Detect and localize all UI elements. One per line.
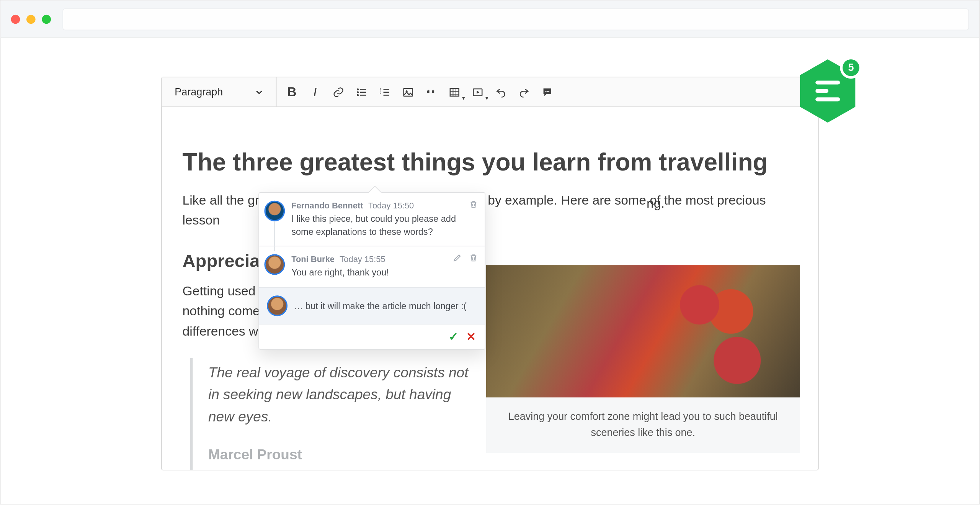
link-button[interactable] [327, 80, 350, 104]
editor-toolbar: Paragraph B I 12 [162, 77, 818, 107]
url-bar[interactable] [62, 8, 969, 30]
figure: Leaving your comfort zone might lead you… [486, 265, 800, 452]
media-icon [472, 86, 483, 98]
svg-rect-7 [450, 88, 459, 96]
media-button[interactable]: ▾ [466, 80, 489, 104]
reply-actions: ✓ ✕ [259, 324, 485, 349]
quote-author: Marcel Proust [208, 444, 474, 465]
comments-count: 5 [840, 57, 862, 79]
comment: Toni Burke Today 15:55 You are right, th… [259, 246, 485, 287]
browser-chrome [1, 1, 979, 38]
heading-dropdown[interactable]: Paragraph [166, 86, 272, 98]
comment-time: Today 15:50 [368, 201, 414, 210]
svg-text:2: 2 [379, 90, 381, 94]
svg-point-2 [357, 94, 359, 96]
maximize-window-button[interactable] [42, 15, 51, 24]
heading-label: Paragraph [175, 86, 223, 98]
figure-image[interactable] [486, 265, 800, 397]
comment-thread-popover: Fernando Bennett Today 15:50 I like this… [258, 192, 485, 350]
svg-point-0 [357, 88, 359, 90]
avatar [264, 254, 285, 275]
figure-caption: Leaving your comfort zone might lead you… [486, 397, 800, 452]
comments-badge[interactable]: 5 [800, 59, 856, 123]
text-fragment: ng. [647, 193, 665, 213]
window-controls [11, 15, 51, 24]
blockquote: The real voyage of discovery consists no… [190, 358, 474, 469]
numbered-list-icon: 12 [379, 86, 390, 98]
comment-text: You are right, thank you! [291, 267, 477, 279]
reply-input-row: … but it will make the article much long… [259, 287, 485, 324]
numbered-list-button[interactable]: 12 [373, 80, 397, 104]
chevron-down-icon: ▾ [485, 95, 488, 101]
pencil-icon [452, 253, 462, 262]
minimize-window-button[interactable] [26, 15, 36, 24]
svg-point-10 [547, 90, 548, 92]
chevron-down-icon: ▾ [462, 95, 465, 101]
delete-comment-button[interactable] [469, 253, 478, 265]
comment-author: Toni Burke [291, 254, 335, 264]
comment-button[interactable] [536, 80, 559, 104]
image-button[interactable] [396, 80, 420, 104]
image-icon [402, 86, 413, 98]
edit-comment-button[interactable] [452, 253, 462, 265]
table-icon [449, 86, 460, 98]
chevron-down-icon [255, 88, 263, 96]
quote-icon [425, 86, 437, 98]
redo-icon [518, 86, 529, 98]
bullet-list-icon [356, 86, 367, 98]
avatar [267, 295, 287, 316]
trash-icon [469, 253, 478, 262]
comment-icon [541, 86, 553, 98]
reply-input[interactable]: … but it will make the article much long… [294, 300, 477, 311]
close-window-button[interactable] [11, 15, 20, 24]
table-button[interactable]: ▾ [443, 80, 466, 104]
quote-text: The real voyage of discovery consists no… [208, 362, 474, 428]
comment-time: Today 15:55 [340, 254, 385, 264]
delete-comment-button[interactable] [469, 199, 478, 211]
bold-button[interactable]: B [280, 80, 304, 104]
trash-icon [469, 199, 478, 209]
bullet-list-button[interactable] [350, 80, 373, 104]
cancel-reply-button[interactable]: ✕ [466, 329, 476, 344]
link-icon [332, 86, 344, 98]
redo-button[interactable] [512, 80, 536, 104]
svg-point-9 [545, 90, 546, 92]
comment-author: Fernando Bennett [291, 201, 363, 210]
undo-icon [495, 86, 506, 98]
document-title: The three greatest things you learn from… [183, 143, 798, 181]
italic-button[interactable]: I [304, 80, 327, 104]
svg-rect-5 [403, 88, 412, 96]
blockquote-button[interactable] [420, 80, 443, 104]
comment: Fernando Bennett Today 15:50 I like this… [259, 193, 485, 246]
comment-text: I like this piece, but could you please … [291, 213, 477, 238]
svg-point-1 [357, 91, 359, 93]
submit-reply-button[interactable]: ✓ [449, 329, 458, 344]
avatar [264, 201, 285, 221]
svg-point-11 [548, 90, 549, 92]
undo-button[interactable] [489, 80, 513, 104]
